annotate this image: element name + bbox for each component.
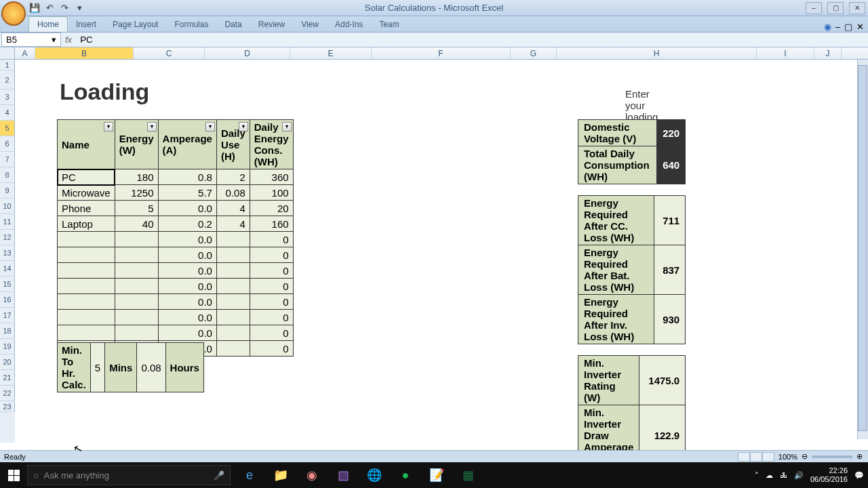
zoom-out-icon[interactable]: ⊖ xyxy=(802,452,808,461)
table-cell[interactable]: 0.0 xyxy=(158,263,216,279)
table-cell[interactable]: 360 xyxy=(250,169,293,185)
task-edge-icon[interactable]: e xyxy=(236,465,263,485)
filter-dropdown-icon[interactable]: ▾ xyxy=(205,122,215,131)
task-notepad-icon[interactable]: 📝 xyxy=(423,465,450,485)
ribbon-tab-insert[interactable]: Insert xyxy=(68,17,104,32)
row-header-15[interactable]: 15 xyxy=(0,277,15,292)
calc-mins-value[interactable]: 5 xyxy=(90,343,104,392)
maximize-button[interactable]: ▢ xyxy=(827,2,844,14)
table-cell[interactable] xyxy=(115,310,158,325)
table-cell[interactable]: 0 xyxy=(250,325,293,341)
tray-onedrive-icon[interactable]: ☁ xyxy=(766,471,773,480)
col-header-E[interactable]: E xyxy=(290,47,372,59)
row-header-3[interactable]: 3 xyxy=(0,89,15,105)
table-cell[interactable] xyxy=(216,310,250,325)
help-icon[interactable]: ◉ xyxy=(824,22,831,32)
table-cell[interactable] xyxy=(58,279,115,294)
tray-notifications-icon[interactable]: 💬 xyxy=(854,471,864,480)
name-box[interactable]: B5 ▾ xyxy=(1,33,61,47)
close-button[interactable]: ✕ xyxy=(849,2,865,14)
col-header-J[interactable]: J xyxy=(814,47,842,59)
table-cell[interactable]: Laptop xyxy=(58,216,115,232)
row-header-16[interactable]: 16 xyxy=(0,292,15,308)
table-cell[interactable] xyxy=(58,247,115,263)
table-cell[interactable] xyxy=(115,294,158,310)
table-cell[interactable] xyxy=(216,263,250,279)
tray-clock[interactable]: 22:26 06/05/2016 xyxy=(810,466,848,484)
table-cell[interactable]: Microwave xyxy=(58,185,115,201)
table-cell[interactable]: 0.08 xyxy=(216,185,250,201)
summary-value[interactable]: 640 xyxy=(656,146,685,184)
table-header[interactable]: Daily Use (H)▾ xyxy=(216,120,250,169)
formula-input[interactable] xyxy=(75,33,753,46)
cortana-search[interactable]: ○ Ask me anything 🎤 xyxy=(27,465,231,485)
table-cell[interactable]: 0.0 xyxy=(158,310,216,325)
table-cell[interactable]: 20 xyxy=(250,201,293,216)
namebox-dropdown-icon[interactable]: ▾ xyxy=(52,35,56,45)
task-excel-icon[interactable]: ▦ xyxy=(454,465,481,485)
task-vs-icon[interactable]: ▧ xyxy=(330,465,357,485)
table-cell[interactable] xyxy=(58,325,115,341)
table-cell[interactable]: 40 xyxy=(115,216,158,232)
table-cell[interactable]: 0.8 xyxy=(158,169,216,185)
summary-value[interactable]: 1475.0 xyxy=(639,356,686,405)
ribbon-tab-view[interactable]: View xyxy=(293,17,327,32)
table-cell[interactable]: 0 xyxy=(250,232,293,247)
table-cell[interactable] xyxy=(115,263,158,279)
filter-dropdown-icon[interactable]: ▾ xyxy=(282,122,292,131)
col-header-A[interactable]: A xyxy=(15,47,35,59)
table-cell[interactable]: 0.0 xyxy=(158,294,216,310)
table-cell[interactable]: 180 xyxy=(115,169,158,185)
row-header-12[interactable]: 12 xyxy=(0,230,15,245)
save-icon[interactable]: 💾 xyxy=(28,2,41,14)
tray-up-icon[interactable]: ˄ xyxy=(755,471,759,480)
row-header-19[interactable]: 19 xyxy=(0,339,15,354)
ribbon-tab-formulas[interactable]: Formulas xyxy=(166,17,216,32)
table-cell[interactable] xyxy=(115,232,158,247)
mic-icon[interactable]: 🎤 xyxy=(214,470,224,481)
row-header-9[interactable]: 9 xyxy=(0,183,15,199)
table-cell[interactable]: 160 xyxy=(250,216,293,232)
table-cell[interactable]: 0.2 xyxy=(158,216,216,232)
table-cell[interactable]: 1250 xyxy=(115,185,158,201)
row-header-1[interactable]: 1 xyxy=(0,60,15,70)
table-cell[interactable] xyxy=(115,247,158,263)
undo-icon[interactable]: ↶ xyxy=(43,2,56,14)
ribbon-close-icon[interactable]: ✕ xyxy=(856,22,864,32)
table-cell[interactable] xyxy=(216,279,250,294)
row-header-13[interactable]: 13 xyxy=(0,245,15,261)
row-header-7[interactable]: 7 xyxy=(0,152,15,167)
col-header-H[interactable]: H xyxy=(557,47,757,59)
table-cell[interactable] xyxy=(115,325,158,341)
table-cell[interactable] xyxy=(58,232,115,247)
fx-icon[interactable]: fx xyxy=(65,35,72,45)
table-cell[interactable] xyxy=(216,341,250,357)
table-cell[interactable]: 0 xyxy=(250,263,293,279)
select-all-corner[interactable] xyxy=(0,47,15,59)
ribbon-tab-page-layout[interactable]: Page Layout xyxy=(104,17,166,32)
table-header[interactable]: Name▾ xyxy=(58,120,115,169)
task-spotify-icon[interactable]: ● xyxy=(392,465,419,485)
view-normal-icon[interactable] xyxy=(738,452,750,462)
table-header[interactable]: Energy (W)▾ xyxy=(115,120,158,169)
zoom-in-icon[interactable]: ⊕ xyxy=(856,452,863,461)
row-header-6[interactable]: 6 xyxy=(0,136,15,152)
row-header-23[interactable]: 23 xyxy=(0,401,15,412)
table-cell[interactable]: 0 xyxy=(250,310,293,325)
table-cell[interactable]: PC xyxy=(58,169,115,185)
row-header-20[interactable]: 20 xyxy=(0,354,15,370)
table-cell[interactable] xyxy=(216,232,250,247)
table-cell[interactable]: 5.7 xyxy=(158,185,216,201)
minimize-button[interactable]: – xyxy=(806,2,822,14)
office-button[interactable] xyxy=(1,1,26,26)
col-header-G[interactable]: G xyxy=(511,47,557,59)
col-header-I[interactable]: I xyxy=(757,47,814,59)
tray-network-icon[interactable]: 🖧 xyxy=(780,471,787,479)
task-app1-icon[interactable]: ◉ xyxy=(298,465,326,485)
table-header[interactable]: Amperage (A)▾ xyxy=(158,120,216,169)
table-cell[interactable]: Phone xyxy=(58,201,115,216)
table-cell[interactable]: 0 xyxy=(250,279,293,294)
summary-value[interactable]: 837 xyxy=(654,245,686,295)
row-header-21[interactable]: 21 xyxy=(0,370,15,386)
table-cell[interactable]: 4 xyxy=(216,216,250,232)
